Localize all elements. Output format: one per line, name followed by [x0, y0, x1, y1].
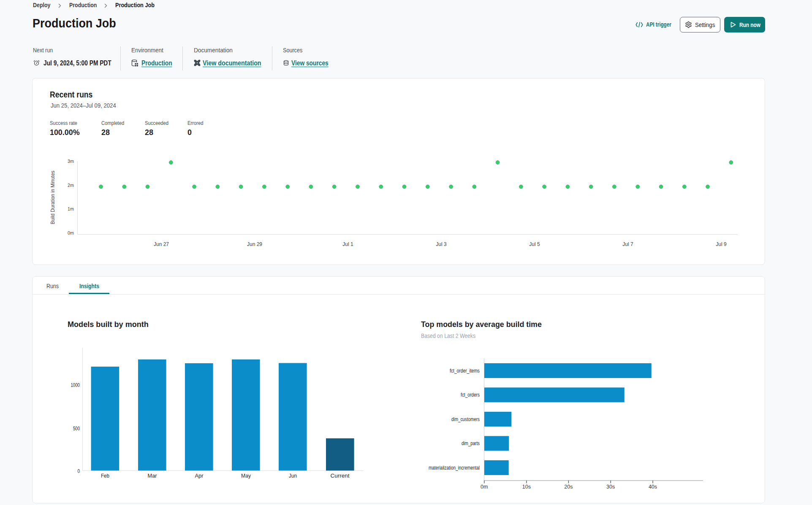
- svg-text:3m: 3m: [68, 159, 74, 164]
- svg-text:dim_customers: dim_customers: [451, 416, 480, 422]
- svg-text:dim_parts: dim_parts: [462, 440, 480, 446]
- svg-text:1m: 1m: [68, 206, 74, 211]
- svg-text:Jul 5: Jul 5: [529, 241, 540, 247]
- svg-text:Jun 29: Jun 29: [247, 241, 262, 247]
- svg-text:Jun 27: Jun 27: [154, 241, 169, 247]
- svg-text:0m: 0m: [481, 484, 488, 490]
- svg-text:Mar: Mar: [148, 473, 157, 479]
- svg-text:materialization_incremental: materialization_incremental: [429, 465, 480, 471]
- svg-text:Jul 1: Jul 1: [342, 241, 353, 247]
- svg-text:0m: 0m: [68, 230, 74, 235]
- svg-text:1000: 1000: [71, 382, 80, 388]
- svg-text:0: 0: [78, 468, 80, 474]
- svg-text:Build Duration in Minutes: Build Duration in Minutes: [50, 171, 56, 224]
- svg-text:10s: 10s: [522, 484, 531, 490]
- svg-text:fct_orders: fct_orders: [461, 392, 480, 398]
- svg-text:Jul 3: Jul 3: [436, 241, 447, 247]
- svg-text:Jun: Jun: [289, 473, 297, 479]
- svg-text:2m: 2m: [68, 183, 74, 188]
- svg-text:May: May: [241, 473, 251, 479]
- svg-text:Current: Current: [331, 473, 350, 479]
- svg-text:Jul 7: Jul 7: [622, 241, 633, 247]
- svg-text:40s: 40s: [649, 484, 657, 490]
- svg-text:Feb: Feb: [101, 473, 109, 479]
- svg-text:30s: 30s: [606, 484, 615, 490]
- svg-text:Jul 9: Jul 9: [716, 241, 727, 247]
- svg-text:500: 500: [73, 426, 80, 432]
- svg-text:fct_order_items: fct_order_items: [450, 368, 480, 374]
- svg-text:Apr: Apr: [195, 473, 204, 479]
- svg-text:20s: 20s: [564, 484, 573, 490]
